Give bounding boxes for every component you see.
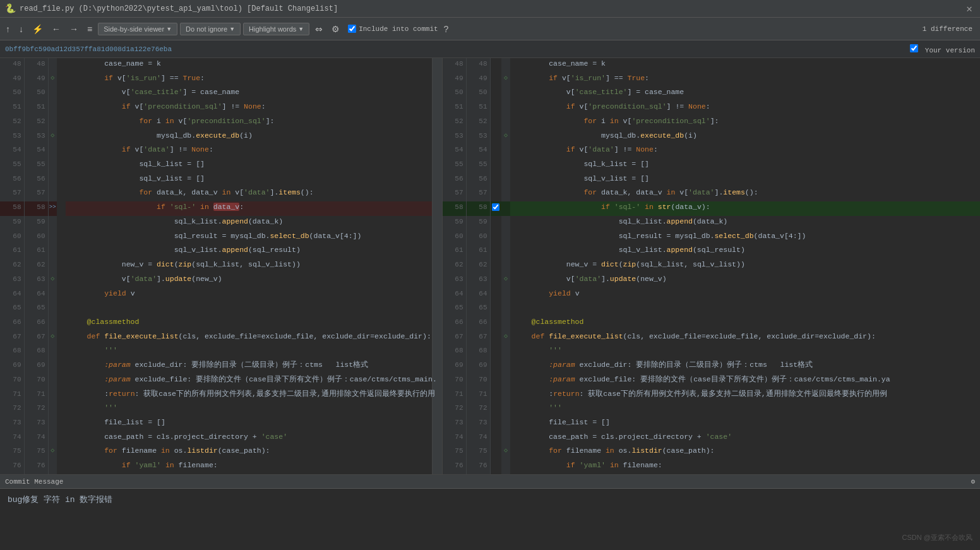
right-gutter-mark [501, 87, 510, 101]
left-line-num-1: 71 [0, 388, 24, 403]
forward-button[interactable]: → [66, 22, 81, 36]
right-line-num-1: 62 [442, 259, 466, 273]
right-line-num-2: 53 [466, 130, 490, 145]
right-line-num-1: 59 [442, 216, 466, 230]
viewer-label: Side-by-side viewer [104, 25, 164, 33]
right-gutter-mark: ◇ [501, 130, 510, 145]
right-line-num-1: 51 [442, 101, 466, 116]
right-line-num-1: 63 [442, 273, 466, 288]
include-commit-checkbox[interactable] [348, 25, 356, 33]
right-gutter-mark [501, 230, 510, 245]
right-code-cell: sql_result = mysql_db.select_db(data_v[4… [510, 230, 980, 245]
right-code-cell: def file_execute_list(cls, exclude_file=… [510, 331, 980, 345]
right-line-num-2: 51 [466, 101, 490, 116]
left-code-cell: if v['is_run'] == True: [66, 73, 432, 87]
right-line-num-2: 48 [466, 58, 490, 73]
right-line-num-2: 72 [466, 402, 490, 417]
hash-bar: 0bff9bfc590ad12d357ffa81d008d1a122e76eba… [0, 40, 980, 58]
close-button[interactable]: ✕ [964, 3, 975, 15]
your-version-checkbox[interactable] [910, 44, 918, 52]
line-include-checkbox[interactable] [492, 203, 499, 211]
commit-settings-icon[interactable]: ⚙ [971, 477, 975, 486]
separator [432, 230, 442, 245]
left-code-cell: v['data'].update(new_v) [66, 273, 432, 288]
splitter-button[interactable]: ⇔ [312, 22, 326, 36]
left-line-num-2: 52 [24, 116, 48, 130]
right-gutter-mark [501, 316, 510, 331]
left-code-cell: sql_k_list = [] [66, 158, 432, 173]
left-code-cell: sql_k_list.append(data_k) [66, 216, 432, 230]
left-indicator [57, 359, 66, 374]
left-gutter-mark [48, 402, 57, 417]
right-line-num-1: 50 [442, 87, 466, 101]
left-line-num-1: 57 [0, 187, 24, 201]
left-line-num-1: 63 [0, 273, 24, 288]
right-checkbox-cell [490, 445, 501, 460]
diff-count: 1 difference [923, 25, 977, 33]
right-line-num-2: 61 [466, 244, 490, 259]
right-code-cell: for i in v['precondition_sql']: [510, 116, 980, 130]
right-code-cell: new_v = dict(zip(sql_k_list, sql_v_list)… [510, 259, 980, 273]
separator [432, 460, 442, 474]
right-checkbox-cell [490, 359, 501, 374]
left-line-num-1: 60 [0, 230, 24, 245]
left-line-num-1: 75 [0, 445, 24, 460]
left-gutter-mark [48, 216, 57, 230]
separator [432, 273, 442, 288]
right-checkbox-cell [490, 417, 501, 431]
right-checkbox-cell [490, 402, 501, 417]
left-code-cell: for data_k, data_v in v['data'].items(): [66, 187, 432, 201]
separator [432, 58, 442, 73]
left-gutter-mark [48, 302, 57, 316]
nav-up-button[interactable]: ↑ [3, 22, 13, 36]
right-code-cell: sql_k_list.append(data_k) [510, 216, 980, 230]
left-code-cell: for filename in os.listdir(case_path): [66, 445, 432, 460]
left-code-cell: :param exclude_dir: 要排除的目录（二级目录）例子：ctms … [66, 359, 432, 374]
help-button[interactable]: ? [441, 22, 452, 36]
viewer-dropdown[interactable]: Side-by-side viewer ▼ [98, 23, 177, 35]
highlight-dropdown[interactable]: Highlight words ▼ [243, 23, 309, 35]
left-indicator [57, 73, 66, 87]
right-line-num-2: 57 [466, 187, 490, 201]
right-code-cell: case_name = k [510, 58, 980, 73]
right-checkbox-cell [490, 144, 501, 158]
right-checkbox-cell [490, 58, 501, 73]
left-gutter-mark [48, 230, 57, 245]
left-line-num-1: 48 [0, 58, 24, 73]
left-line-num-2: 57 [24, 187, 48, 201]
right-gutter-mark [501, 402, 510, 417]
right-line-num-2: 59 [466, 216, 490, 230]
diff-scroll-pane[interactable]: 4848 case_name = k4848 case_name = k4949… [0, 58, 980, 474]
right-checkbox-cell [490, 460, 501, 474]
right-line-num-1: 60 [442, 230, 466, 245]
nav-third-button[interactable]: ⚡ [29, 22, 46, 36]
right-gutter-mark [501, 244, 510, 259]
diff-table: 4848 case_name = k4848 case_name = k4949… [0, 58, 980, 474]
right-code-cell: :param exclude_file: 要排除的文件（case目录下所有文件）… [510, 374, 980, 388]
nav-down-button[interactable]: ↓ [16, 22, 27, 36]
left-line-num-1: 74 [0, 431, 24, 446]
left-line-num-2: 62 [24, 259, 48, 273]
left-gutter-mark [48, 374, 57, 388]
left-code-cell: if 'yaml' in filename: [66, 460, 432, 474]
right-checkbox-cell [490, 73, 501, 87]
include-commit-checkbox-label[interactable]: Include into commit [348, 25, 438, 33]
right-line-num-2: 76 [466, 460, 490, 474]
right-line-num-2: 54 [466, 144, 490, 158]
left-line-num-2: 55 [24, 158, 48, 173]
commit-header: Commit Message ⚙ [0, 475, 980, 489]
right-checkbox-cell[interactable] [490, 201, 501, 216]
right-checkbox-cell [490, 116, 501, 130]
menu-button[interactable]: ≡ [84, 22, 95, 36]
right-gutter-mark [501, 158, 510, 173]
diff-settings-button[interactable]: ⚙ [328, 22, 343, 36]
left-line-num-1: 70 [0, 374, 24, 388]
right-checkbox-cell [490, 316, 501, 331]
back-button[interactable]: ← [49, 22, 64, 36]
right-line-num-2: 65 [466, 302, 490, 316]
ignore-label: Do not ignore [186, 25, 227, 33]
ignore-dropdown[interactable]: Do not ignore ▼ [180, 23, 241, 35]
left-line-num-2: 65 [24, 302, 48, 316]
right-checkbox-cell [490, 158, 501, 173]
left-code-cell: sql_v_list.append(sql_result) [66, 244, 432, 259]
